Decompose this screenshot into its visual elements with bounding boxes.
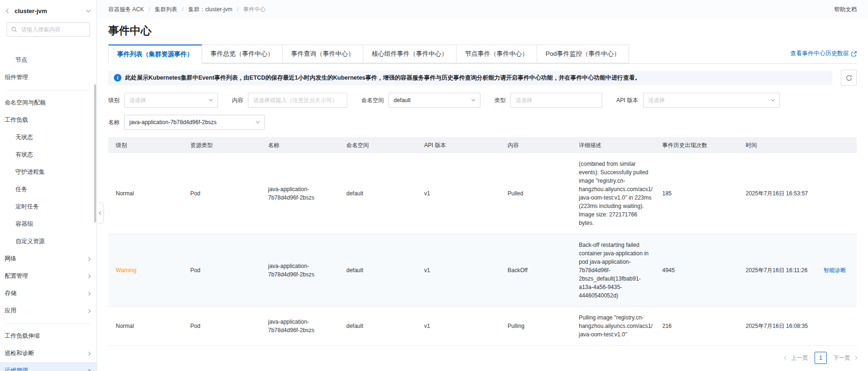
breadcrumb-item[interactable]: 集群列表 xyxy=(155,6,177,14)
cell-time: 2025年7月16日 16:08:35 xyxy=(741,315,819,337)
search-icon xyxy=(11,26,17,35)
help-doc-link[interactable]: 帮助文档 xyxy=(834,6,857,14)
filter-placeholder: 请选择或输入（注意区分大小写） xyxy=(253,96,337,104)
sidebar-item-12[interactable]: 自定义资源 xyxy=(0,233,97,250)
chevron-down-icon xyxy=(209,97,213,101)
header-cell: 内容 xyxy=(503,141,574,149)
cluster-name: cluster-jvm xyxy=(15,7,82,15)
filter-type-input[interactable]: 请选择 xyxy=(510,93,602,108)
header-cell: 命名空间 xyxy=(342,141,419,149)
info-icon: i xyxy=(114,74,121,82)
next-page-button[interactable]: 下一页 xyxy=(833,354,857,362)
filter-content-input[interactable]: 请选择或输入（注意区分大小写） xyxy=(248,93,347,108)
sidebar-item-1[interactable]: 节点 xyxy=(0,52,97,69)
header-cell: 级别 xyxy=(108,141,186,149)
breadcrumb-separator: / xyxy=(237,6,239,13)
refresh-icon xyxy=(846,74,853,82)
current-page[interactable]: 1 xyxy=(815,352,827,364)
cell-name: java-application-7b78d4d96f-2bszs xyxy=(263,178,342,208)
filter-api-version-select[interactable]: 请选择 xyxy=(643,93,780,108)
table-row: WarningPodjava-application-7b78d4d96f-2b… xyxy=(108,234,857,307)
tab-2[interactable]: 事件总览（事件中心） xyxy=(202,45,283,63)
history-data-link-label: 查看事件中心历史数据 xyxy=(790,50,849,58)
tab-6[interactable]: Pod事件监控（事件中心） xyxy=(537,45,629,63)
sidebar-item-8[interactable]: 守护进程集 xyxy=(0,163,97,181)
chevron-right-icon xyxy=(87,257,90,260)
sidebar-item-11[interactable]: 容器组 xyxy=(0,215,97,233)
sidebar-item-10[interactable]: 定时任务 xyxy=(0,198,97,215)
chevron-down-icon xyxy=(256,119,260,123)
chevron-left-icon xyxy=(98,211,102,215)
filter-name-select[interactable]: java-application-7b78d4d96f-2bszs xyxy=(124,115,265,130)
filter-group-type: 类型请选择 xyxy=(494,93,602,108)
sidebar-item-18[interactable]: 工作负载伸缩 xyxy=(0,327,97,345)
sidebar-item-label: 守护进程集 xyxy=(15,168,90,176)
header-cell: 详细描述 xyxy=(574,141,658,149)
sidebar-item-label: 网络 xyxy=(5,255,87,263)
cell-content: Pulled xyxy=(503,183,574,204)
tabs-wrap: 事件列表（集群资源事件）事件总览（事件中心）事件查询（事件中心）核心组件事件（事… xyxy=(97,45,868,64)
tab-1[interactable]: 事件列表（集群资源事件） xyxy=(108,45,202,64)
cell-api-version: v1 xyxy=(419,183,503,204)
chevron-down-icon[interactable] xyxy=(86,8,91,13)
filter-level-select[interactable]: 请选择 xyxy=(124,93,218,108)
sidebar-item-13[interactable]: 网络 xyxy=(0,250,97,267)
collapse-sidebar-handle[interactable] xyxy=(97,202,104,224)
page-title: 事件中心 xyxy=(108,23,857,38)
sidebar-item-5[interactable]: 工作负载 xyxy=(0,111,97,129)
banner-text: 此处展示Kubernetes集群中Event事件列表，由ETCD的保存最近1小时… xyxy=(125,74,641,82)
cell-actions: 智能诊断 xyxy=(819,260,857,281)
cell-time: 2025年7月16日 16:11:26 xyxy=(741,260,819,281)
breadcrumb-item[interactable]: 容器服务 ACK xyxy=(108,6,144,14)
prev-page-button[interactable]: 上一页 xyxy=(785,354,808,362)
history-data-link[interactable]: 查看事件中心历史数据 xyxy=(790,50,857,58)
sidebar-item-2[interactable]: 组件管理 xyxy=(0,69,97,86)
breadcrumb: 容器服务 ACK/集群列表/集群：cluster-jvm/事件中心 xyxy=(108,6,266,14)
sidebar-item-label: 节点 xyxy=(15,56,90,64)
filter-group-namespace: 命名空间default xyxy=(361,93,480,108)
sidebar-item-4[interactable]: 命名空间与配额 xyxy=(0,94,97,111)
chevron-down-icon xyxy=(771,97,774,101)
tab-4[interactable]: 核心组件事件（事件中心） xyxy=(363,45,456,63)
filter-label: 级别 xyxy=(108,96,120,104)
main-content: 容器服务 ACK/集群列表/集群：cluster-jvm/事件中心 帮助文档 事… xyxy=(97,0,868,371)
filter-namespace-select[interactable]: default xyxy=(389,93,480,108)
sidebar-item-14[interactable]: 配置管理 xyxy=(0,267,97,285)
sidebar-search xyxy=(7,22,90,37)
sidebar-item-label: 巡检和诊断 xyxy=(5,349,87,357)
tab-3[interactable]: 事件查询（事件中心） xyxy=(283,45,363,63)
cluster-switcher[interactable]: cluster-jvm xyxy=(0,0,97,22)
filter-group-content: 内容请选择或输入（注意区分大小写） xyxy=(232,93,347,108)
filter-label: 命名空间 xyxy=(361,96,384,104)
breadcrumb-item[interactable]: 集群：cluster-jvm xyxy=(188,6,232,14)
refresh-button[interactable] xyxy=(841,70,857,86)
sidebar-item-16[interactable]: 应用 xyxy=(0,302,97,319)
sidebar-item-6[interactable]: 无状态 xyxy=(0,129,97,146)
search-input[interactable] xyxy=(7,22,90,37)
breadcrumb-separator: / xyxy=(182,6,183,13)
cell-content: BackOff xyxy=(503,260,574,281)
cell-level: Normal xyxy=(108,183,186,204)
sidebar-scrollbar[interactable] xyxy=(94,84,96,223)
tab-label: 事件查询（事件中心） xyxy=(291,50,354,58)
sidebar-item-label: 工作负载 xyxy=(5,116,90,124)
breadcrumb-item: 事件中心 xyxy=(243,6,266,14)
sidebar-item-9[interactable]: 任务 xyxy=(0,181,97,198)
sidebar-item-label: 运维管理 xyxy=(5,367,87,371)
filter-group-api-version: API 版本请选择 xyxy=(616,93,780,108)
sidebar-item-19[interactable]: 巡检和诊断 xyxy=(0,345,97,362)
back-icon[interactable] xyxy=(6,8,11,13)
sidebar-nav: 节点组件管理命名空间与配额工作负载无状态有状态守护进程集任务定时任务容器组自定义… xyxy=(0,43,97,371)
prev-page-label: 上一页 xyxy=(791,354,808,362)
tab-label: 节点事件（事件中心） xyxy=(465,50,528,58)
sidebar-item-7[interactable]: 有状态 xyxy=(0,146,97,163)
sidebar-item-20[interactable]: 运维管理 xyxy=(0,362,97,371)
sidebar-divider xyxy=(7,90,90,90)
tab-5[interactable]: 节点事件（事件中心） xyxy=(456,45,537,63)
sidebar-item-15[interactable]: 存储 xyxy=(0,285,97,302)
sidebar-item-label: 应用 xyxy=(5,307,87,315)
smart-diagnosis-link[interactable]: 智能诊断 xyxy=(823,267,846,274)
sidebar-item-label: 容器组 xyxy=(15,220,90,228)
events-table: 级别资源类型名称命名空间API 版本内容详细描述事件历史出现次数时间 Norma… xyxy=(108,137,857,346)
header-cell: API 版本 xyxy=(419,141,503,149)
